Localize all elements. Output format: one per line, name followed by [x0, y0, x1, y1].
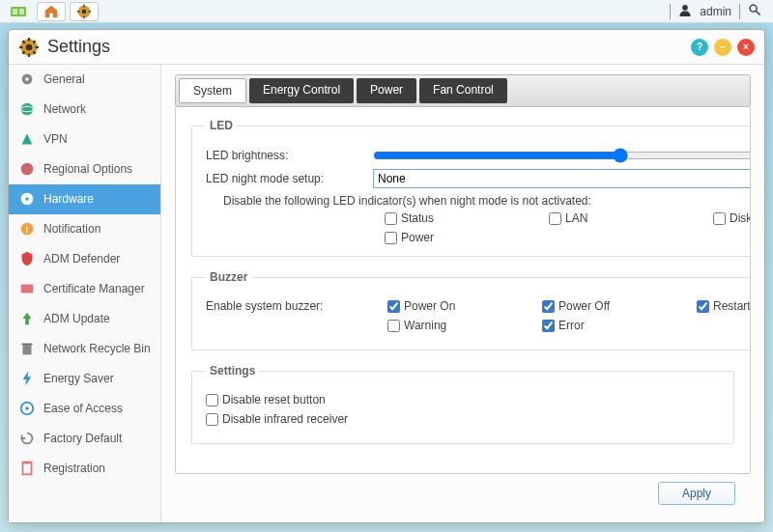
select-value: None	[378, 172, 406, 185]
sidebar-item-certificate[interactable]: Certificate Manager	[9, 274, 160, 304]
update-icon	[18, 310, 36, 327]
apply-row: Apply	[175, 474, 751, 513]
sidebar-item-general[interactable]: General	[9, 65, 160, 95]
sidebar-item-label: Regional Options	[43, 162, 132, 176]
check-disable-reset[interactable]: Disable reset button	[206, 393, 326, 406]
divider	[739, 4, 740, 19]
window-title: Settings	[47, 37, 110, 57]
taskbar-icon-gear[interactable]	[70, 2, 99, 21]
sidebar-item-label: Energy Saver	[43, 372, 114, 385]
svg-point-10	[750, 5, 757, 12]
fieldset-led: LED LED brightness: LED night mode setup…	[191, 119, 751, 257]
sidebar-item-energy[interactable]: Energy Saver	[9, 364, 160, 394]
clipboard-icon	[18, 460, 36, 477]
access-icon	[18, 400, 36, 417]
minimize-button[interactable]: –	[714, 39, 731, 56]
buzzer-enable-label: Enable system buzzer:	[206, 299, 380, 313]
hardware-icon	[18, 190, 36, 208]
certificate-icon	[18, 280, 36, 297]
legend-buzzer: Buzzer	[206, 270, 251, 284]
sidebar-item-label: VPN	[43, 132, 68, 146]
sidebar-item-label: Factory Default	[43, 432, 122, 445]
taskbar-icon-green[interactable]	[4, 2, 33, 21]
divider	[670, 4, 671, 19]
sidebar-item-ease[interactable]: Ease of Access	[9, 394, 160, 424]
check-error[interactable]: Error	[542, 319, 687, 332]
led-disable-note: Disable the following LED indicator(s) w…	[223, 194, 751, 208]
sidebar-item-notification[interactable]: !Notification	[9, 214, 160, 244]
shield-icon	[18, 250, 36, 267]
svg-rect-33	[22, 344, 33, 346]
tab-energy-control[interactable]: Energy Control	[249, 78, 354, 103]
sidebar-item-vpn[interactable]: VPN	[9, 125, 160, 154]
sidebar-item-label: ADM Update	[43, 312, 110, 325]
legend-led: LED	[206, 119, 237, 132]
tab-system[interactable]: System	[179, 78, 246, 103]
help-button[interactable]: ?	[691, 39, 708, 56]
svg-rect-37	[24, 462, 29, 464]
settings-window: Settings ? – × General Network VPN Regio…	[8, 29, 765, 523]
sidebar: General Network VPN Regional Options Har…	[9, 65, 161, 522]
svg-line-20	[33, 41, 35, 42]
tab-fan-control[interactable]: Fan Control	[419, 78, 507, 103]
tabs: System Energy Control Power Fan Control	[175, 74, 751, 107]
sidebar-item-label: General	[43, 72, 85, 86]
check-disk[interactable]: Disk	[713, 211, 751, 225]
sidebar-item-registration[interactable]: Registration	[9, 454, 160, 484]
content: System Energy Control Power Fan Control …	[161, 65, 764, 522]
sidebar-item-recycle[interactable]: Network Recycle Bin	[9, 334, 160, 364]
svg-rect-36	[23, 462, 32, 475]
close-button[interactable]: ×	[737, 39, 755, 56]
bolt-icon	[18, 370, 36, 387]
svg-line-19	[33, 51, 35, 53]
recycle-icon	[18, 340, 36, 357]
region-icon	[18, 160, 36, 178]
svg-point-13	[26, 43, 33, 50]
fieldset-buzzer: Buzzer Enable system buzzer: Power On Po…	[191, 270, 751, 350]
sidebar-item-label: Ease of Access	[43, 402, 123, 415]
taskbar-icons	[4, 2, 99, 21]
sidebar-item-factory[interactable]: Factory Default	[9, 424, 160, 454]
svg-point-28	[25, 197, 29, 201]
apply-button[interactable]: Apply	[658, 482, 735, 505]
sidebar-item-label: Registration	[43, 462, 105, 475]
taskbar-icon-home[interactable]	[37, 2, 66, 21]
svg-point-26	[21, 163, 34, 176]
globe-icon	[18, 100, 36, 118]
search-icon[interactable]	[748, 3, 761, 19]
check-warning[interactable]: Warning	[387, 319, 532, 332]
led-brightness-slider[interactable]	[373, 148, 751, 163]
check-lan[interactable]: LAN	[549, 211, 703, 225]
user-label[interactable]: admin	[700, 5, 731, 18]
sidebar-item-label: Certificate Manager	[43, 282, 145, 295]
window-controls: ? – ×	[691, 39, 755, 56]
check-power[interactable]: Power	[385, 231, 539, 244]
led-night-mode-select[interactable]: None ▾	[373, 169, 751, 188]
sidebar-item-update[interactable]: ADM Update	[9, 304, 160, 334]
svg-point-24	[21, 103, 34, 116]
svg-point-35	[25, 406, 29, 410]
svg-rect-32	[23, 345, 32, 354]
check-power-off[interactable]: Power Off	[542, 299, 687, 313]
tab-pane-system: LED LED brightness: LED night mode setup…	[175, 107, 751, 474]
app-gear-icon	[18, 37, 40, 58]
taskbar-right: admin	[670, 3, 769, 19]
user-icon[interactable]	[678, 3, 692, 19]
sidebar-item-network[interactable]: Network	[9, 95, 160, 125]
check-power-on[interactable]: Power On	[387, 299, 532, 313]
sidebar-item-label: Network Recycle Bin	[43, 342, 151, 355]
sidebar-item-defender[interactable]: ADM Defender	[9, 244, 160, 274]
sidebar-item-regional[interactable]: Regional Options	[9, 154, 160, 184]
check-status[interactable]: Status	[385, 211, 539, 225]
check-disable-ir[interactable]: Disable infrared receiver	[206, 412, 348, 426]
sidebar-item-hardware[interactable]: Hardware	[9, 184, 160, 214]
sidebar-item-label: Network	[43, 102, 86, 116]
svg-rect-1	[13, 9, 17, 14]
svg-point-23	[25, 77, 29, 81]
tab-power[interactable]: Power	[357, 78, 416, 103]
titlebar: Settings ? – ×	[9, 30, 764, 65]
svg-point-9	[683, 5, 689, 11]
svg-rect-2	[19, 9, 24, 14]
sidebar-item-label: Hardware	[43, 192, 94, 206]
check-restart[interactable]: Restart	[697, 299, 751, 313]
